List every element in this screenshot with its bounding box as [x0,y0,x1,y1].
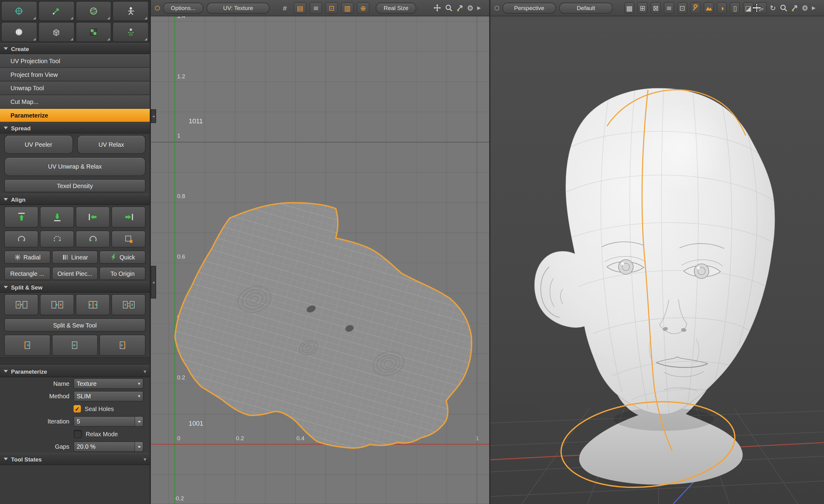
sew-both-icon [122,300,135,310]
uv-map-selector[interactable]: UV: Texture [207,2,270,13]
skeleton-mode-button[interactable] [113,1,149,21]
collapse-triangle-icon [4,127,8,129]
tool-states-header[interactable]: Tool States ▾ [0,453,150,465]
relax-mode-checkbox[interactable] [74,430,82,438]
align-down-button[interactable] [40,207,74,227]
split-sew-tool-button[interactable]: Split & Sew Tool [4,318,145,331]
move-sew-both-button[interactable] [52,335,98,356]
mesh-cube-button[interactable] [38,22,75,42]
method-dropdown[interactable]: SLIM ▾ [74,391,143,402]
uv-relax-button[interactable]: UV Relax [77,135,145,154]
item-mode-button[interactable] [1,1,37,21]
uv-sphere-button[interactable] [1,22,37,42]
parameterize-panel-header[interactable]: Parameterize ▾ [0,365,150,377]
rotate-cw-step-button[interactable] [40,230,74,247]
uv-editing-application: Create UV Projection Tool Project from V… [0,0,824,504]
linear-button[interactable]: Linear [52,250,98,264]
viewport-canvas[interactable] [490,16,824,504]
align-up-button[interactable] [4,207,38,227]
pan-icon[interactable] [433,4,441,12]
cmd-cut-map[interactable]: Cut Map... [0,95,150,109]
section-label: Create [11,45,29,52]
sew-outward-button[interactable] [40,294,74,315]
camera-selector[interactable]: Perspective [502,2,556,13]
move-mode-button[interactable] [38,1,75,21]
panel-menu-icon[interactable]: ▾ [144,369,146,374]
maximize-icon[interactable] [456,4,463,12]
gear-icon[interactable]: ⚙ [802,4,809,12]
section-header-align[interactable]: Align [0,194,150,205]
section-header-spread[interactable]: Spread [0,122,150,133]
panel-arrow-icon[interactable]: ▶ [812,5,816,10]
checker-map-button[interactable] [75,22,111,42]
grid-toggle-icon[interactable]: # [279,3,291,13]
uv-peeler-button[interactable]: UV Peeler [4,135,73,154]
texel-density-button[interactable]: Texel Density [4,179,145,192]
stepper-arrows-icon[interactable]: ◂▸ [134,442,143,451]
stepper-arrows-icon[interactable]: ◂▸ [134,417,143,426]
move-sew-right-button[interactable] [99,335,145,356]
smoothing-toggle-icon[interactable]: ≋ [664,2,674,14]
checker-map-icon [89,27,98,37]
section-header-create[interactable]: Create [0,43,150,54]
backface-toggle-icon[interactable]: ⊠ [651,2,661,14]
gaps-input[interactable]: 20.0 % [74,441,143,452]
wireframe-toggle-icon[interactable]: ▩ [624,2,634,14]
dropdown-corner-icon [144,38,147,41]
uv-canvas[interactable]: 1.4 1.2 1 0.8 0.6 0.4 0.2 -0.2 0 0.2 0.4… [151,16,489,504]
cmd-project-from-view[interactable]: Project from View [0,68,150,81]
spread-button-row2: UV Unwrap & Relax [0,156,150,178]
cmd-unwrap-tool[interactable]: Unwrap Tool [0,81,150,95]
tool-handles-toggle-icon[interactable] [690,2,700,14]
move-sew-both-icon [70,340,80,350]
orbit-icon[interactable]: ↻ [769,4,776,12]
uv-tile-toggle-icon[interactable]: ⊡ [325,2,338,14]
seal-holes-checkbox[interactable]: ✓ [74,405,81,413]
bounds-toggle-icon[interactable]: ⊡ [677,2,687,14]
rotate-mode-button[interactable] [75,1,111,21]
shading-selector[interactable]: Default [559,2,613,13]
zoom-icon[interactable] [780,4,787,12]
sew-both-button[interactable] [111,294,145,315]
snap-corner-button[interactable] [111,230,145,247]
orient-pieces-button[interactable]: Orient Piec... [52,267,98,280]
panel-splitter-handle[interactable]: ◂ [151,266,156,298]
viewport-nav-cluster: ↻ ⚙ ▶ [769,4,820,12]
rectangle-button[interactable]: Rectangle ... [4,267,50,280]
real-size-button[interactable]: Real Size [376,2,416,13]
move-sew-left-button[interactable] [4,335,50,356]
to-origin-button[interactable]: To Origin [99,267,145,280]
name-dropdown[interactable]: Texture ▾ [74,378,143,389]
reflection-toggle-icon[interactable]: ▯ [730,2,740,14]
zoom-icon[interactable] [445,4,452,12]
options-button[interactable]: Options... [163,2,203,13]
uv-flip-toggle-icon[interactable]: ▥ [341,2,354,14]
panel-arrow-icon[interactable]: ▶ [477,5,481,10]
uv-unwrap-relax-button[interactable]: UV Unwrap & Relax [4,157,145,176]
sew-inward-button[interactable] [4,294,38,315]
maximize-icon[interactable] [791,4,798,12]
quick-button[interactable]: Quick [99,250,145,264]
uv-overlap-toggle-icon[interactable]: ≋ [310,2,322,14]
align-right-button[interactable] [111,207,145,227]
spray-paint-button[interactable] [113,22,149,42]
panel-collapse-handle[interactable]: ◂ [151,109,156,123]
uv-image-toggle-icon[interactable]: ▤ [294,2,307,14]
relax-mode-label: Relax Mode [86,431,118,437]
align-left-button[interactable] [76,207,110,227]
environment-toggle-icon[interactable] [704,2,714,14]
cmd-parameterize[interactable]: Parameterize [0,109,150,122]
split-edge-button[interactable] [76,294,110,315]
uv-pivot-toggle-icon[interactable]: ⊕ [357,2,370,14]
rotate-ccw-button[interactable] [76,230,110,247]
panel-menu-icon[interactable]: ▾ [144,456,146,462]
iteration-input[interactable]: 5 [74,416,143,427]
rotate-cw-button[interactable] [4,230,38,247]
cmd-uv-projection-tool[interactable]: UV Projection Tool [0,54,150,68]
radial-button[interactable]: Radial [4,250,50,264]
iteration-field-row: Iteration 5 ◂▸ [0,415,150,428]
quad-view-toggle-icon[interactable]: ⊞ [637,2,647,14]
shadow-toggle-icon[interactable]: ◑ [717,2,727,14]
gear-icon[interactable]: ⚙ [467,4,474,12]
section-header-split-sew[interactable]: Split & Sew [0,282,150,293]
